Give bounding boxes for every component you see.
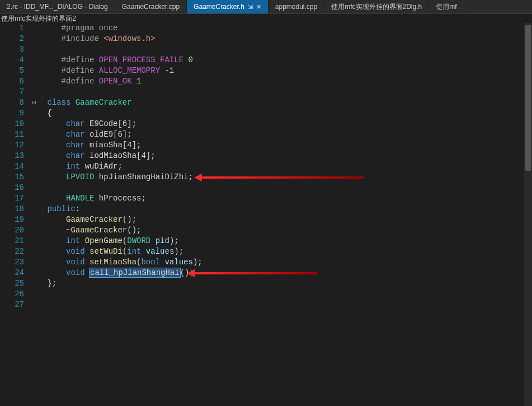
code-line xyxy=(38,87,532,97)
line-number: 14 xyxy=(0,161,26,172)
line-number: 7 xyxy=(0,87,26,97)
tab-label: 使用mf xyxy=(436,2,456,12)
code-line: }; xyxy=(38,278,532,289)
line-number: 4 xyxy=(0,55,26,66)
line-number: 10 xyxy=(0,119,26,129)
line-number: 12 xyxy=(0,140,26,151)
line-number: 19 xyxy=(0,214,26,225)
line-number: 11 xyxy=(0,129,26,140)
code-line xyxy=(38,300,532,310)
line-number: 17 xyxy=(0,193,26,204)
code-line: ~GaameCracker(); xyxy=(38,225,532,236)
tab-gaamecracker-cpp[interactable]: GaameCracker.cpp xyxy=(115,0,187,13)
code-line xyxy=(38,289,532,300)
breadcrumb[interactable]: 使用mfc实现外挂的界面2 xyxy=(0,14,532,23)
code-line: { xyxy=(38,108,532,119)
code-line: char oldE9[6]; xyxy=(38,129,532,140)
line-number: 9 xyxy=(0,108,26,119)
tab-label: 2.rc - IDD_MF..._DIALOG - Dialog xyxy=(7,3,108,11)
code-line: #define OPEN_PROCESS_FAILE 0 xyxy=(38,55,532,66)
code-line: void setWuDi(int values); xyxy=(38,246,532,257)
code-line: char miaoSha[4]; xyxy=(38,140,532,151)
line-number: 2 xyxy=(0,34,26,44)
line-number: 23 xyxy=(0,257,26,268)
code-editor: 1 2 3 4 5 6 7 8 9 10 11 12 13 14 15 16 1… xyxy=(0,23,532,406)
line-number: 3 xyxy=(0,44,26,55)
line-number: 20 xyxy=(0,225,26,236)
line-number: 1 xyxy=(0,23,26,34)
line-number: 21 xyxy=(0,236,26,246)
code-line xyxy=(38,183,532,193)
tab-mfc-dlg-h[interactable]: 使用mfc实现外挂的界面2Dlg.h xyxy=(324,0,429,13)
code-line: char E9Code[6]; xyxy=(38,119,532,129)
tab-appmodul-cpp[interactable]: appmodul.cpp xyxy=(269,0,324,13)
code-line: int OpenGame(DWORD pid); xyxy=(38,236,532,246)
tab-label: GaameCracker.h xyxy=(194,3,244,11)
editor-selection[interactable]: call_hpJianShangHai xyxy=(90,268,180,277)
tab-overflow[interactable]: 使用mf xyxy=(429,0,464,13)
close-icon[interactable]: ✕ xyxy=(256,3,261,11)
code-line: GaameCracker(); xyxy=(38,214,532,225)
fold-gutter: ⊟ xyxy=(30,23,38,406)
line-number: 26 xyxy=(0,289,26,300)
code-line: LPVOID hpJianShangHaiDiZhi; xyxy=(38,172,532,183)
code-area[interactable]: #pragma once #include <windows.h> #defin… xyxy=(38,23,532,406)
code-line: #define ALLOC_MEMOPRY -1 xyxy=(38,66,532,76)
vertical-scrollbar[interactable] xyxy=(524,23,532,406)
tab-gaamecracker-h[interactable]: GaameCracker.h ⇲ ✕ xyxy=(187,0,269,13)
code-line: public: xyxy=(38,204,532,214)
code-line: char lodMiaoSha[4]; xyxy=(38,151,532,161)
code-line: int wuDiAdr; xyxy=(38,161,532,172)
line-number: 24 xyxy=(0,268,26,278)
tab-label: appmodul.cpp xyxy=(275,3,317,11)
line-number: 13 xyxy=(0,151,26,161)
tab-rc-dialog[interactable]: 2.rc - IDD_MF..._DIALOG - Dialog xyxy=(0,0,115,13)
tab-label: 使用mfc实现外挂的界面2Dlg.h xyxy=(331,2,422,12)
code-line xyxy=(38,44,532,55)
line-number: 18 xyxy=(0,204,26,214)
tab-label: GaameCracker.cpp xyxy=(122,3,180,11)
line-number: 15 xyxy=(0,172,26,183)
code-line: #pragma once xyxy=(38,23,532,34)
line-number: 25 xyxy=(0,278,26,289)
fold-toggle-icon[interactable]: ⊟ xyxy=(30,97,38,108)
breadcrumb-text: 使用mfc实现外挂的界面2 xyxy=(1,14,76,24)
line-number: 16 xyxy=(0,183,26,193)
line-number: 27 xyxy=(0,300,26,310)
code-line: void call_hpJianShangHai(); xyxy=(38,268,532,278)
code-line: HANDLE hProcecss; xyxy=(38,193,532,204)
code-line: void setMiaoSha(bool values); xyxy=(38,257,532,268)
line-number: 8 xyxy=(0,97,26,108)
tab-bar: 2.rc - IDD_MF..._DIALOG - Dialog GaameCr… xyxy=(0,0,532,14)
line-number-gutter: 1 2 3 4 5 6 7 8 9 10 11 12 13 14 15 16 1… xyxy=(0,23,30,406)
code-line: #define OPEN_OK 1 xyxy=(38,76,532,87)
line-number: 6 xyxy=(0,76,26,87)
scrollbar-thumb[interactable] xyxy=(525,25,531,171)
code-line: #include <windows.h> xyxy=(38,34,532,44)
code-line: class GaameCracker xyxy=(38,97,532,108)
pin-icon[interactable]: ⇲ xyxy=(248,3,253,11)
line-number: 5 xyxy=(0,66,26,76)
line-number: 22 xyxy=(0,246,26,257)
